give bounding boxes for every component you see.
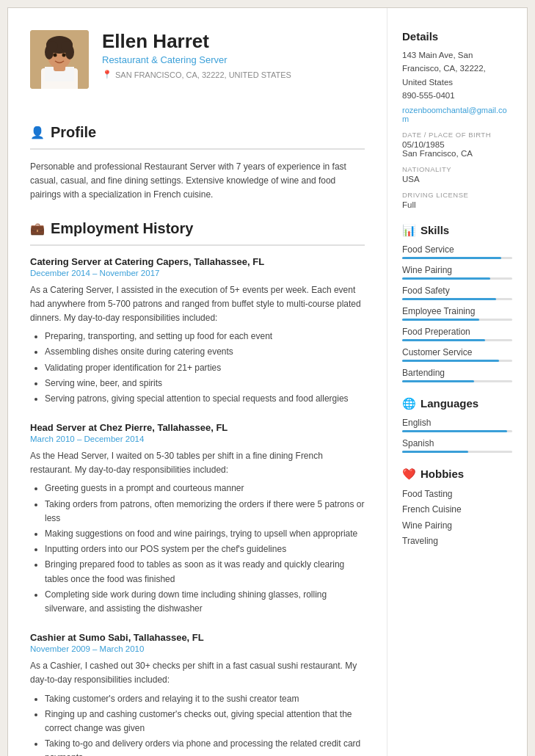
lang-bar-bg bbox=[402, 451, 512, 453]
job-dates: December 2014 – November 2017 bbox=[30, 269, 365, 277]
bullet-item: Preparing, transporting, and setting up … bbox=[45, 330, 365, 344]
skill-bar-fill bbox=[402, 380, 474, 382]
header-name: Ellen Harret bbox=[102, 30, 365, 53]
job-item: Head Server at Chez Pierre, Tallahassee,… bbox=[30, 422, 365, 616]
bullet-item: Assembling dishes onsite during catering… bbox=[45, 345, 365, 359]
skill-item: Customer Service bbox=[402, 347, 512, 362]
bullet-item: Validating proper identification for 21+… bbox=[45, 361, 365, 375]
lang-name: English bbox=[402, 418, 512, 428]
bullet-item: Making suggestions on food and wine pair… bbox=[45, 527, 365, 541]
location-icon: 📍 bbox=[102, 70, 112, 79]
skills-container: Food Service Wine Pairing Food Safety Em… bbox=[402, 244, 512, 382]
hobby-item: Food Tasting bbox=[402, 487, 512, 503]
skill-name: Food Service bbox=[402, 244, 512, 255]
hobby-item: Traveling bbox=[402, 534, 512, 550]
skill-bar-bg bbox=[402, 380, 512, 382]
skill-bar-fill bbox=[402, 298, 496, 300]
profile-section: 👤 Profile Personable and professional Re… bbox=[30, 124, 365, 203]
skills-title: 📊 Skills bbox=[402, 224, 512, 237]
language-item: English bbox=[402, 418, 512, 432]
bullet-item: Ringing up and cashing customer's checks… bbox=[45, 708, 365, 735]
skill-item: Bartending bbox=[402, 368, 512, 382]
employment-section: 💼 Employment History Catering Server at … bbox=[30, 220, 365, 756]
skill-item: Employee Training bbox=[402, 306, 512, 321]
skill-bar-bg bbox=[402, 319, 512, 321]
profile-divider bbox=[30, 148, 365, 150]
skill-item: Food Safety bbox=[402, 286, 512, 300]
svg-point-11 bbox=[62, 54, 66, 57]
job-item: Cashier at Sumo Sabi, Tallahassee, FL No… bbox=[30, 632, 365, 756]
skill-bar-bg bbox=[402, 339, 512, 341]
employment-section-header: 💼 Employment History bbox=[30, 220, 365, 237]
avatar bbox=[30, 30, 89, 89]
svg-point-10 bbox=[54, 54, 57, 57]
dob-label: DATE / PLACE OF BIRTH bbox=[402, 131, 512, 139]
skills-section: 📊 Skills Food Service Wine Pairing Food … bbox=[402, 224, 512, 382]
header-info: Ellen Harret Restaurant & Catering Serve… bbox=[102, 30, 365, 79]
hobbies-icon: ❤️ bbox=[402, 468, 416, 481]
languages-container: English Spanish bbox=[402, 418, 512, 453]
skill-item: Wine Pairing bbox=[402, 265, 512, 280]
job-title: Cashier at Sumo Sabi, Tallahassee, FL bbox=[30, 632, 365, 643]
profile-title: Profile bbox=[51, 124, 96, 141]
resume-wrapper: Ellen Harret Restaurant & Catering Serve… bbox=[7, 7, 528, 756]
details-section: Details 143 Main Ave, San Francisco, CA,… bbox=[402, 30, 512, 209]
details-title: Details bbox=[402, 30, 512, 43]
lang-bar-fill bbox=[402, 451, 468, 453]
details-email: rozenboomchantal@gmail.com bbox=[402, 106, 512, 123]
header-title: Restaurant & Catering Server bbox=[102, 54, 365, 65]
skill-item: Food Service bbox=[402, 244, 512, 259]
skill-bar-bg bbox=[402, 298, 512, 300]
skills-icon: 📊 bbox=[402, 224, 416, 237]
skill-bar-fill bbox=[402, 339, 485, 341]
job-title: Catering Server at Catering Capers, Tall… bbox=[30, 256, 365, 267]
bullet-item: Serving wine, beer, and spirits bbox=[45, 377, 365, 390]
skill-bar-fill bbox=[402, 277, 490, 280]
job-bullets: Greeting guests in a prompt and courteou… bbox=[30, 481, 365, 616]
skill-item: Food Preperation bbox=[402, 327, 512, 341]
left-column: Ellen Harret Restaurant & Catering Serve… bbox=[8, 8, 387, 756]
nationality-value: USA bbox=[402, 175, 512, 183]
hobbies-title: ❤️ Hobbies bbox=[402, 468, 512, 481]
details-address: 143 Main Ave, San Francisco, CA, 32222, … bbox=[402, 48, 512, 103]
skill-bar-bg bbox=[402, 277, 512, 280]
job-desc: As a Cashier, I cashed out 30+ checks pe… bbox=[30, 659, 365, 687]
employment-title: Employment History bbox=[51, 220, 193, 237]
job-dates: November 2009 – March 2010 bbox=[30, 644, 365, 653]
skill-bar-bg bbox=[402, 360, 512, 362]
right-column: Details 143 Main Ave, San Francisco, CA,… bbox=[387, 8, 527, 756]
skill-name: Bartending bbox=[402, 368, 512, 378]
license-value: Full bbox=[402, 200, 512, 209]
lang-bar-fill bbox=[402, 430, 507, 432]
skill-bar-fill bbox=[402, 257, 501, 259]
profile-section-header: 👤 Profile bbox=[30, 124, 365, 141]
job-item: Catering Server at Catering Capers, Tall… bbox=[30, 256, 365, 407]
lang-name: Spanish bbox=[402, 438, 512, 448]
language-item: Spanish bbox=[402, 438, 512, 453]
skill-bar-fill bbox=[402, 319, 479, 321]
bullet-item: Taking customer's orders and relaying it… bbox=[45, 692, 365, 706]
header: Ellen Harret Restaurant & Catering Serve… bbox=[30, 30, 365, 103]
skill-bar-fill bbox=[402, 360, 499, 362]
bullet-item: Taking orders from patrons, often memori… bbox=[45, 498, 365, 526]
hobby-item: French Cuisine bbox=[402, 502, 512, 518]
skill-name: Customer Service bbox=[402, 347, 512, 357]
languages-section: 🌐 Languages English Spanish bbox=[402, 397, 512, 453]
skill-bar-bg bbox=[402, 257, 512, 259]
resume-inner: Ellen Harret Restaurant & Catering Serve… bbox=[8, 8, 527, 756]
svg-point-8 bbox=[46, 41, 58, 51]
hobbies-section: ❤️ Hobbies Food TastingFrench CuisineWin… bbox=[402, 468, 512, 550]
bullet-item: Completing side work during down time in… bbox=[45, 588, 365, 616]
job-bullets: Taking customer's orders and relaying it… bbox=[30, 692, 365, 757]
skill-name: Employee Training bbox=[402, 306, 512, 316]
job-title: Head Server at Chez Pierre, Tallahassee,… bbox=[30, 422, 365, 433]
license-label: DRIVING LICENSE bbox=[402, 191, 512, 199]
svg-point-9 bbox=[61, 41, 73, 51]
bullet-item: Inputting orders into our POS system per… bbox=[45, 542, 365, 556]
employment-divider bbox=[30, 244, 365, 246]
skill-name: Wine Pairing bbox=[402, 265, 512, 275]
header-location: 📍 SAN FRANCISCO, CA, 32222, UNITED STATE… bbox=[102, 70, 365, 79]
job-bullets: Preparing, transporting, and setting up … bbox=[30, 330, 365, 406]
job-dates: March 2010 – December 2014 bbox=[30, 435, 365, 443]
jobs-container: Catering Server at Catering Capers, Tall… bbox=[30, 256, 365, 756]
